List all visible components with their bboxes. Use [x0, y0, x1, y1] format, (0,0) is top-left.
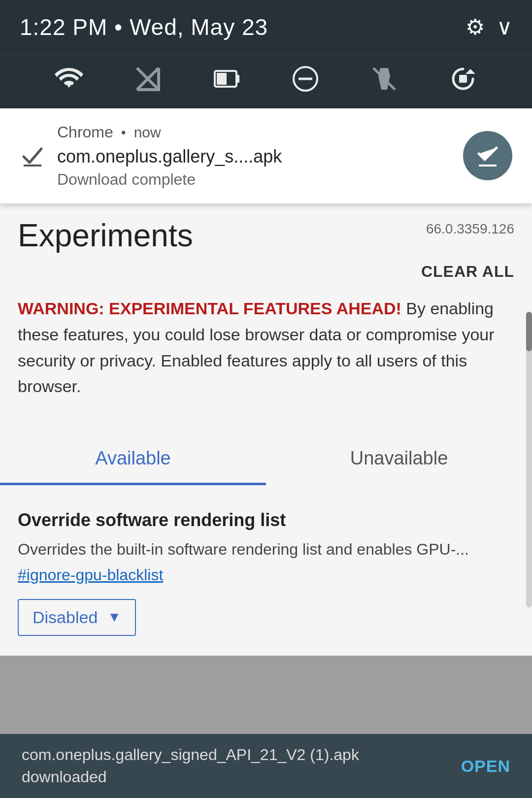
scrollbar-thumb[interactable]: [526, 312, 532, 351]
feature-description: Overrides the built-in software renderin…: [18, 537, 514, 561]
notification-time: now: [134, 124, 161, 141]
bottom-filename: com.oneplus.gallery_signed_API_21_V2 (1)…: [22, 744, 359, 788]
version-number: 66.0.3359.126: [426, 218, 514, 237]
notification-status: Download complete: [57, 170, 451, 189]
svg-marker-7: [466, 69, 475, 74]
clear-all-row: CLEAR ALL: [0, 263, 532, 291]
time: 1:22 PM: [20, 14, 107, 40]
main-content: Experiments 66.0.3359.126 CLEAR ALL WARN…: [0, 203, 532, 656]
notification-card: Chrome • now com.oneplus.gallery_s....ap…: [0, 108, 532, 203]
tab-available[interactable]: Available: [0, 434, 266, 485]
notification-dot: •: [121, 125, 126, 140]
status-bar-right: ⚙ ∨: [466, 16, 512, 38]
feature-dropdown[interactable]: Disabled ▼: [18, 599, 136, 636]
chevron-down-icon[interactable]: ∨: [497, 16, 512, 38]
experiments-title: Experiments: [18, 218, 193, 253]
date: Wed, May 23: [130, 14, 268, 40]
notification-app-name: Chrome: [57, 123, 113, 141]
warning-text: WARNING: EXPERIMENTAL FEATURES AHEAD! By…: [18, 296, 514, 399]
tab-available-label: Available: [95, 448, 171, 468]
warning-highlight: WARNING: EXPERIMENTAL FEATURES AHEAD!: [18, 299, 401, 318]
status-bar-time: 1:22 PM • Wed, May 23: [20, 14, 268, 40]
downloaded-filename: com.oneplus.gallery_signed_API_21_V2 (1)…: [22, 744, 359, 766]
svg-rect-3: [217, 73, 227, 85]
separator: •: [114, 14, 123, 40]
notification-filename: com.oneplus.gallery_s....apk: [57, 145, 451, 168]
check-download-icon: [20, 143, 45, 168]
tab-unavailable-label: Unavailable: [350, 448, 448, 468]
tab-unavailable[interactable]: Unavailable: [266, 434, 532, 485]
battery-icon: [212, 64, 241, 100]
svg-rect-8: [459, 75, 467, 83]
bottom-bar: com.oneplus.gallery_signed_API_21_V2 (1)…: [0, 734, 532, 798]
dropdown-arrow-icon: ▼: [107, 609, 121, 625]
notification-action-button[interactable]: [463, 131, 512, 180]
signal-off-icon: [133, 64, 163, 100]
wifi-icon: [54, 64, 84, 100]
flashlight-off-icon: [369, 64, 399, 100]
clear-all-button[interactable]: CLEAR ALL: [421, 263, 514, 281]
dropdown-label: Disabled: [33, 608, 98, 627]
svg-rect-2: [236, 75, 239, 83]
warning-section: WARNING: EXPERIMENTAL FEATURES AHEAD! By…: [0, 291, 532, 414]
status-bar: 1:22 PM • Wed, May 23 ⚙ ∨: [0, 0, 532, 54]
feature-section: Override software rendering list Overrid…: [0, 485, 532, 656]
dnd-icon: [291, 64, 320, 100]
settings-icon[interactable]: ⚙: [466, 16, 485, 38]
notification-header: Chrome • now: [57, 123, 451, 141]
rotate-icon: [448, 64, 478, 100]
feature-title: Override software rendering list: [18, 510, 514, 531]
downloaded-subtext: downloaded: [22, 766, 359, 788]
notification-content: Chrome • now com.oneplus.gallery_s....ap…: [57, 123, 451, 189]
tabs-container: Available Unavailable: [0, 434, 532, 485]
open-button[interactable]: OPEN: [461, 757, 510, 776]
notification-icons-bar: [0, 54, 532, 108]
feature-link[interactable]: #ignore-gpu-blacklist: [18, 566, 514, 584]
scrollbar[interactable]: [526, 312, 532, 607]
experiments-header: Experiments 66.0.3359.126: [0, 203, 532, 263]
